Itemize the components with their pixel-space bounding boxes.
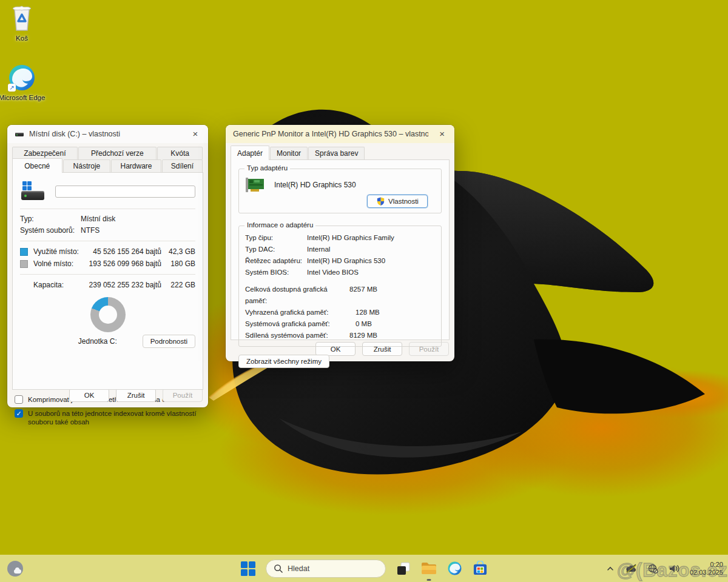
capacity-bytes: 239 052 255 232 bajtů <box>81 279 161 291</box>
info-label: Typ čipu: <box>245 232 307 244</box>
taskbar-search[interactable]: Hledat <box>266 560 386 578</box>
taskbar-clock[interactable]: 0:20 02.03.2025 <box>687 561 723 577</box>
free-size: 180 GB <box>161 258 195 270</box>
info-value: Intel(R) HD Graphics 530 <box>307 255 385 267</box>
used-label: Využité místo: <box>33 246 81 258</box>
search-placeholder: Hledat <box>288 564 309 573</box>
disk-tabstrip: Zabezpečení Předchozí verze Kvóta Obecné… <box>7 143 208 173</box>
volume-tray-button[interactable] <box>666 561 682 577</box>
ok-button[interactable]: OK <box>69 388 109 402</box>
checkbox-box[interactable] <box>15 395 23 404</box>
desktop-icon-label: Microsoft Edge <box>0 94 46 102</box>
memory-value: 128 MB <box>349 307 380 318</box>
microsoft-store-icon <box>473 561 488 576</box>
tab-obecne[interactable]: Obecné <box>12 158 62 173</box>
windows-start-icon <box>241 561 255 576</box>
free-legend-swatch <box>20 260 28 268</box>
info-label: Typ DAC: <box>245 244 307 255</box>
free-label: Volné místo: <box>33 258 81 270</box>
tab-zabezpeceni[interactable]: Zabezpečení <box>12 147 78 159</box>
tab-adapter[interactable]: Adaptér <box>231 146 269 160</box>
apply-button[interactable]: Použít <box>163 388 203 402</box>
tab-nastroje[interactable]: Nástroje <box>63 159 111 173</box>
info-value: Internal <box>307 244 330 255</box>
gpu-adapter-tab-page: Typ adaptéru Intel(R) HD Graphics 530 <box>231 159 450 340</box>
adapter-name: Intel(R) HD Graphics 530 <box>274 181 356 189</box>
index-checkbox[interactable]: U souborů na této jednotce indexovat kro… <box>15 409 201 426</box>
gpu-window-titlebar[interactable]: Generic PnP Monitor a Intel(R) HD Graphi… <box>226 125 454 143</box>
memory-label: Sdílená systémová paměť: <box>245 330 349 341</box>
divider <box>20 241 195 241</box>
capacity-row: Kapacita: 239 052 255 232 bajtů 222 GB <box>20 279 195 291</box>
field-row-type: Typ: Místní disk <box>20 213 195 225</box>
used-legend-swatch <box>20 248 28 256</box>
close-icon[interactable]: × <box>186 127 204 141</box>
used-space-row: Využité místo: 45 526 155 264 bajtů 42,3… <box>20 246 195 258</box>
widgets-weather-button[interactable] <box>7 561 23 577</box>
field-row-filesystem: Systém souborů: NTFS <box>20 225 195 236</box>
memory-label: Celková dostupná grafická paměť: <box>245 284 349 307</box>
shortcut-arrow-icon: ↗ <box>8 84 16 92</box>
weather-cloud-icon <box>7 561 23 577</box>
capacity-size: 222 GB <box>161 279 195 291</box>
onedrive-tray-button[interactable] <box>624 561 639 577</box>
group-title: Informace o adaptéru <box>244 221 315 229</box>
close-icon[interactable]: × <box>433 127 451 141</box>
taskbar: Hledat <box>0 555 728 582</box>
capacity-donut <box>90 297 126 332</box>
tab-kvota[interactable]: Kvóta <box>157 147 203 159</box>
window-title: Generic PnP Monitor a Intel(R) HD Graphi… <box>233 130 428 138</box>
adapter-properties-button[interactable]: Vlastnosti <box>367 195 428 208</box>
tab-sdileni[interactable]: Sdílení <box>162 159 203 173</box>
checkbox-box[interactable] <box>15 409 23 418</box>
desktop-icon-edge[interactable]: ↗ Microsoft Edge <box>0 63 46 102</box>
field-value: NTFS <box>81 225 99 236</box>
adapter-type-group: Typ adaptéru Intel(R) HD Graphics 530 <box>238 169 442 213</box>
show-all-modes-button[interactable]: Zobrazit všechny režimy <box>238 355 329 368</box>
uac-shield-icon <box>376 196 385 206</box>
details-button[interactable]: Podrobnosti <box>143 335 195 348</box>
desktop: Koš ↗ Microsoft Edge Místn <box>0 0 728 582</box>
tab-monitor[interactable]: Monitor <box>270 147 308 160</box>
desktop-icon-recycle-bin[interactable]: Koš <box>0 4 46 42</box>
globe-no-internet-icon <box>647 563 658 574</box>
clock-time: 0:20 <box>690 561 723 569</box>
task-view-button[interactable] <box>396 561 411 577</box>
windows-logo-icon <box>22 181 32 190</box>
field-label: Typ: <box>20 213 81 225</box>
memory-label: Systémová grafická paměť: <box>245 318 349 330</box>
free-bytes: 193 526 099 968 bajtů <box>81 258 161 270</box>
recycle-bin-icon <box>7 4 36 33</box>
task-view-icon <box>396 561 411 576</box>
running-indicator <box>427 579 431 581</box>
tab-hardware[interactable]: Hardware <box>111 159 161 173</box>
drive-caption: Jednotka C: <box>20 337 143 346</box>
edge-icon: ↗ <box>7 63 36 92</box>
info-value: Intel(R) HD Graphics Family <box>307 232 394 244</box>
checkbox-label: U souborů na této jednotce indexovat kro… <box>28 409 201 426</box>
field-value: Místní disk <box>81 213 115 225</box>
info-label: Řetězec adaptéru: <box>245 255 307 267</box>
cancel-button[interactable]: Zrušit <box>116 388 156 402</box>
edge-taskbar-button[interactable] <box>447 561 462 577</box>
store-button[interactable] <box>472 561 488 577</box>
field-label: Systém souborů: <box>20 225 81 236</box>
tab-sprava-barev[interactable]: Správa barev <box>308 147 365 160</box>
tab-predchozi-verze[interactable]: Předchozí verze <box>78 147 157 159</box>
network-tray-button[interactable] <box>645 561 661 577</box>
disk-window-titlebar[interactable]: Místní disk (C:) – vlastnosti × <box>7 125 208 143</box>
start-button[interactable] <box>240 561 256 577</box>
divider <box>20 209 195 209</box>
speaker-icon <box>669 564 679 574</box>
file-explorer-button[interactable] <box>421 561 437 577</box>
hidden-icons-button[interactable] <box>602 561 618 577</box>
used-size: 42,3 GB <box>161 246 195 258</box>
chevron-up-icon <box>606 564 615 573</box>
gpu-tabstrip: Adaptér Monitor Správa barev <box>226 143 454 160</box>
capacity-label: Kapacita: <box>33 279 81 291</box>
volume-label-input[interactable] <box>55 186 195 198</box>
disk-properties-window: Místní disk (C:) – vlastnosti × Zabezpeč… <box>7 125 208 407</box>
info-label: Systém BIOS: <box>245 267 307 278</box>
adapter-info-group: Informace o adaptéru Typ čipu:Intel(R) H… <box>238 226 442 347</box>
disk-general-tab-page: Typ: Místní disk Systém souborů: NTFS Vy… <box>12 172 203 390</box>
